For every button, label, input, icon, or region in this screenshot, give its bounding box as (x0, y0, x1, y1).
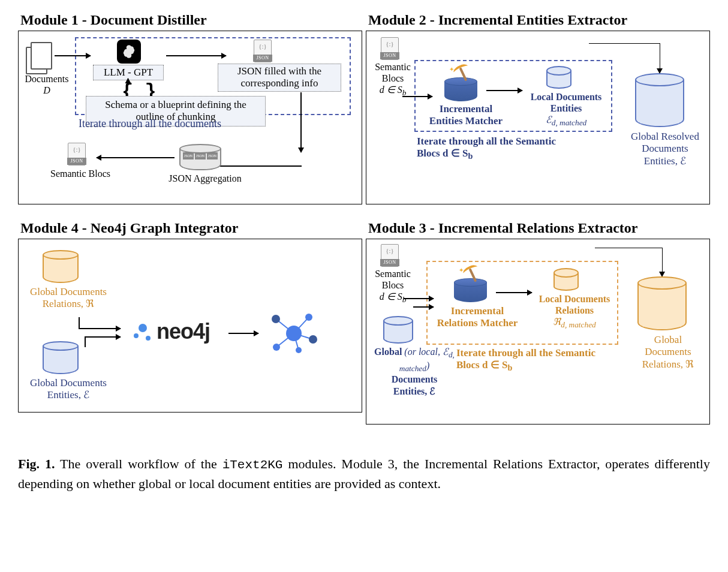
m4-line-r (79, 317, 80, 328)
m3-local-label: Local Documents Relations ℜd, matched (530, 293, 619, 330)
m2-global-label: Global Resolved Documents Entities, ℰ (623, 131, 707, 167)
m2-local-cyl (546, 66, 571, 89)
neo4j-logo: neo4j (133, 318, 210, 344)
module-3: Module 3 - Incremental Relations Extract… (366, 220, 710, 425)
m4-arrow-e (85, 336, 121, 338)
m4-relations-label: Global Documents Relations, ℜ (23, 286, 113, 311)
semantic-blocs-icon (68, 143, 86, 165)
module-1-title: Module 1 - Document Distiller (18, 12, 362, 28)
graph-icon (267, 309, 321, 357)
m2-arrow-in (402, 96, 432, 97)
json-agg-label: JSON Aggregation (160, 173, 250, 184)
m3-elbow (594, 248, 663, 276)
module-2-box: Semantic Blocs d ∈ Sb ✦ Incremental Enti… (366, 31, 710, 204)
module-1: Module 1 - Document Distiller Documents … (18, 12, 362, 216)
m3-arrow-in2 (413, 306, 434, 308)
line-agg-h (208, 165, 302, 167)
caption-before: The overall workflow of the (55, 456, 222, 471)
m2-semantic-label: Semantic Blocs d ∈ Sb (369, 61, 417, 98)
module-2-title: Module 2 - Incremental Entities Extracto… (366, 12, 710, 28)
arrow-llm-json (166, 55, 226, 56)
json-filled-icon (254, 40, 272, 62)
arrow-agg-semantic (97, 157, 175, 158)
module-3-box: Semantic Blocs d ∈ Sb Global (or local, … (366, 239, 710, 425)
m2-matcher-label: Incremental Entities Matcher (424, 103, 508, 128)
documents-label: Documents D (21, 73, 73, 96)
m3-iterate-label: Iterate through all the Semantic Blocs d… (456, 347, 630, 374)
m4-arrow-graph (228, 333, 258, 334)
module-3-title: Module 3 - Incremental Relations Extract… (366, 220, 710, 236)
m3-global-cyl (637, 276, 687, 330)
m4-arrow-r (79, 328, 121, 329)
json-agg-icon: JSON JSON JSON (179, 144, 221, 170)
semantic-blocs-label: Semantic Blocs (47, 168, 113, 179)
m3-input-cyl (383, 316, 413, 344)
module-4-box: Global Documents Relations, ℜ Global Doc… (18, 239, 362, 413)
m4-entities-cyl (43, 341, 79, 374)
m3-arrow-in1 (404, 298, 434, 299)
caption-prefix: Fig. 1. (18, 456, 55, 471)
figure-caption: Fig. 1. The overall workflow of the iTex… (18, 454, 710, 493)
iterate-label: Iterate through all the documents (79, 118, 221, 131)
m2-arrow-matcher-local (486, 90, 522, 91)
m3-matcher-label: Incremental Relations Matcher (432, 305, 522, 330)
m3-matcher-icon: ✦ (453, 269, 489, 302)
m3-input-label: Global (or local, ℰd, matched) Documents… (366, 346, 462, 397)
m4-entities-label: Global Documents Entities, ℰ (23, 377, 113, 402)
m2-elbow (588, 43, 660, 73)
documents-icon (26, 42, 52, 73)
json-filled-label: JSON filled with the corresponding info (218, 64, 341, 92)
module-4: Module 4 - Neo4j Graph Integrator Global… (18, 220, 362, 425)
module-1-box: Documents D LLM - GPT { } JSON filled wi… (18, 31, 362, 204)
module-grid: Module 1 - Document Distiller Documents … (18, 12, 710, 425)
m3-local-cyl (553, 268, 579, 291)
m4-line-e (85, 336, 86, 347)
m4-relations-cyl (43, 250, 79, 283)
arrow-json-down (300, 92, 302, 152)
caption-code: iText2KG (222, 458, 283, 472)
m2-global-cyl (635, 73, 684, 127)
arrow-schema-llm (128, 79, 129, 79)
m2-local-label: Local Documents Entities ℰd, matched (521, 91, 611, 128)
m3-json-icon (381, 244, 399, 267)
openai-icon (117, 40, 141, 64)
module-4-title: Module 4 - Neo4j Graph Integrator (18, 220, 362, 236)
m3-global-label: Global Documents Relations, ℜ (629, 334, 707, 371)
m2-matcher-icon: ✦ (443, 68, 479, 101)
m3-arrow-matcher-local (496, 292, 532, 293)
m3-semantic-label: Semantic Blocs d ∈ Sb (368, 268, 418, 305)
arrow-docs-llm (55, 55, 91, 56)
m2-iterate-label: Iterate through all the Semantic Blocs d… (417, 136, 615, 162)
m2-json-icon (381, 37, 399, 60)
module-2: Module 2 - Incremental Entities Extracto… (366, 12, 710, 216)
